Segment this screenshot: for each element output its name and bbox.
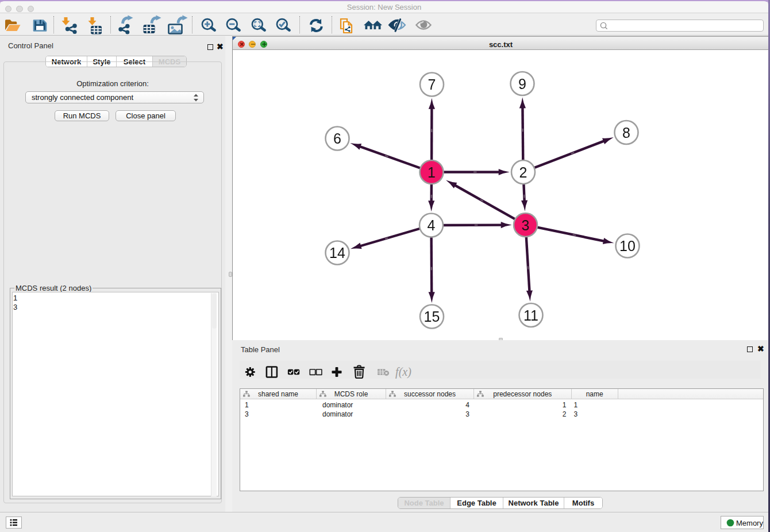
- svg-text:4: 4: [428, 217, 436, 233]
- svg-text:15: 15: [424, 309, 440, 325]
- svg-text:11: 11: [523, 307, 538, 323]
- svg-text:9: 9: [518, 76, 526, 92]
- svg-text:6: 6: [333, 130, 341, 147]
- svg-text:8: 8: [622, 125, 630, 141]
- svg-text:2: 2: [519, 164, 528, 180]
- svg-text:7: 7: [428, 76, 436, 92]
- svg-text:f(x): f(x): [395, 365, 411, 379]
- svg-text:14: 14: [329, 245, 345, 261]
- svg-text:1: 1: [428, 164, 436, 180]
- svg-text:10: 10: [619, 238, 636, 254]
- svg-text:3: 3: [522, 217, 530, 233]
